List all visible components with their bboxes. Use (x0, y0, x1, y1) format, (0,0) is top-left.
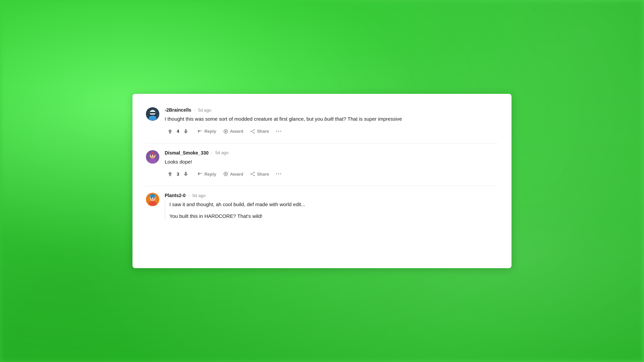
avatar (146, 107, 159, 121)
reply-button[interactable]: Reply (195, 169, 219, 179)
svg-rect-38 (151, 194, 154, 196)
award-button[interactable]: Award (220, 127, 246, 136)
comment-body: Plants2-0 · 5d ago I saw it and thought,… (165, 193, 498, 223)
svg-rect-24 (185, 172, 187, 174)
share-button[interactable]: Share (247, 127, 272, 136)
downvote-button[interactable] (180, 169, 191, 179)
svg-rect-2 (150, 115, 155, 116)
svg-line-31 (252, 174, 254, 175)
comment-header: -2Braincells · 5d ago (165, 107, 498, 113)
comment-timestamp: 5d ago (215, 150, 229, 155)
svg-point-22 (152, 152, 154, 154)
svg-rect-7 (169, 131, 171, 133)
comment-text: Looks dope! (165, 158, 498, 166)
comment-item: -2Braincells · 5d ago I thought this was… (146, 102, 498, 142)
award-icon (223, 171, 228, 177)
downvote-button[interactable] (180, 127, 191, 136)
award-button[interactable]: Award (220, 169, 246, 179)
upvote-icon (167, 129, 173, 134)
award-icon (223, 129, 228, 134)
comment-item: Dismal_Smoke_330 · 5d ago Looks dope! 3 (146, 145, 498, 185)
share-icon (250, 129, 255, 134)
svg-point-29 (251, 173, 252, 174)
comment-username: Plants2-0 (165, 193, 185, 198)
comment-username: Dismal_Smoke_330 (165, 150, 209, 156)
comment-text: I thought this was some sort of modded c… (165, 115, 498, 123)
comment-header: Dismal_Smoke_330 · 5d ago (165, 150, 498, 156)
vote-group: 4 (165, 127, 191, 136)
comment-text: I saw it and thought, ah cool build, def… (165, 201, 498, 220)
reply-button[interactable]: Reply (195, 127, 219, 136)
separator-dot: · (194, 107, 195, 113)
svg-point-19 (153, 155, 155, 156)
comment-item: Plants2-0 · 5d ago I saw it and thought,… (146, 187, 498, 229)
separator-dot: · (211, 150, 213, 156)
downvote-icon (183, 129, 189, 134)
comment-header: Plants2-0 · 5d ago (165, 193, 498, 198)
avatar (146, 150, 159, 164)
upvote-icon (167, 171, 173, 177)
comment-username: -2Braincells (165, 107, 191, 113)
svg-point-26 (225, 173, 226, 175)
more-options-button[interactable]: ··· (273, 126, 284, 136)
divider (146, 186, 498, 186)
avatar (146, 193, 159, 206)
vote-count: 4 (176, 129, 180, 134)
svg-rect-5 (150, 112, 155, 113)
comment-timestamp: 5d ago (192, 193, 206, 198)
comment-actions: 3 Reply Award Share ··· (165, 169, 498, 179)
comment-body: Dismal_Smoke_330 · 5d ago Looks dope! 3 (165, 150, 498, 179)
svg-point-18 (151, 155, 152, 156)
vote-count: 3 (176, 172, 180, 177)
comment-actions: 4 Reply Award Share ··· (165, 126, 498, 136)
comment-timestamp: 5d ago (198, 108, 211, 113)
svg-point-27 (254, 172, 255, 173)
svg-point-11 (254, 129, 255, 130)
svg-line-14 (252, 130, 254, 131)
svg-point-10 (225, 130, 226, 132)
svg-line-30 (252, 173, 254, 174)
svg-point-13 (251, 131, 252, 132)
upvote-button[interactable] (165, 127, 175, 136)
more-options-button[interactable]: ··· (273, 169, 284, 179)
svg-rect-8 (185, 129, 187, 131)
reply-icon (197, 129, 203, 134)
comment-body: -2Braincells · 5d ago I thought this was… (165, 107, 498, 136)
share-icon (250, 171, 255, 177)
svg-rect-23 (169, 174, 171, 176)
svg-point-12 (254, 132, 255, 133)
svg-line-15 (252, 131, 254, 133)
vote-group: 3 (165, 169, 191, 179)
upvote-button[interactable] (165, 169, 175, 179)
share-button[interactable]: Share (247, 169, 272, 179)
reply-icon (197, 171, 203, 177)
separator-dot: · (188, 193, 190, 198)
downvote-icon (183, 171, 189, 177)
comments-card: -2Braincells · 5d ago I thought this was… (132, 94, 512, 268)
svg-point-28 (254, 175, 255, 176)
divider (146, 143, 498, 143)
